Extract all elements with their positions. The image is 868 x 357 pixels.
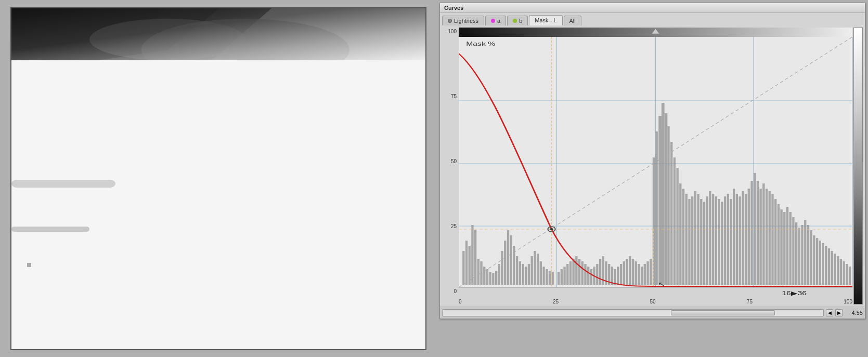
svg-rect-96: [691, 196, 693, 285]
svg-rect-108: [727, 194, 729, 285]
curves-tabs: Lightness a b Mask - L All: [440, 13, 865, 25]
svg-rect-43: [531, 256, 533, 285]
svg-text:↖: ↖: [658, 281, 666, 287]
svg-rect-27: [483, 267, 485, 285]
svg-rect-100: [703, 202, 705, 285]
svg-rect-74: [626, 259, 628, 285]
x-axis: 0 25 50 75 100: [459, 298, 852, 305]
svg-rect-149: [849, 267, 851, 285]
svg-rect-131: [795, 222, 797, 285]
svg-rect-31: [495, 271, 497, 285]
y-label-0: 0: [454, 288, 457, 294]
svg-rect-136: [810, 230, 812, 285]
chart-main[interactable]: ↖ Mask % 16▶36 0 25 50 75 100: [459, 28, 852, 305]
svg-rect-130: [792, 217, 794, 285]
svg-rect-26: [480, 261, 482, 285]
svg-rect-23: [471, 225, 473, 285]
a-dot: [491, 19, 495, 23]
svg-rect-116: [750, 181, 753, 285]
svg-rect-129: [789, 212, 792, 285]
svg-rect-128: [786, 207, 788, 285]
svg-rect-102: [709, 191, 711, 285]
svg-text:Mask %: Mask %: [466, 41, 495, 47]
scroll-right-btn[interactable]: ▶: [835, 309, 843, 316]
svg-rect-124: [774, 199, 776, 285]
svg-rect-86: [662, 103, 665, 285]
svg-rect-75: [629, 256, 631, 285]
y-label-50: 50: [451, 158, 457, 164]
curves-title-bar: Curves: [440, 3, 865, 13]
svg-rect-88: [667, 126, 669, 285]
svg-rect-35: [507, 230, 509, 285]
x-label-100: 100: [844, 299, 852, 305]
svg-rect-59: [581, 261, 584, 285]
tab-lightness[interactable]: Lightness: [442, 16, 484, 25]
svg-rect-145: [837, 256, 839, 285]
svg-rect-143: [831, 251, 833, 285]
svg-rect-48: [546, 269, 548, 285]
svg-rect-38: [516, 256, 518, 285]
svg-rect-122: [769, 191, 771, 285]
svg-rect-29: [489, 272, 491, 285]
svg-rect-40: [522, 264, 524, 285]
svg-rect-8: [27, 263, 31, 267]
tab-a[interactable]: a: [485, 16, 506, 25]
svg-rect-127: [783, 212, 785, 285]
x-label-0: 0: [459, 299, 462, 305]
svg-rect-84: [656, 131, 658, 285]
chart-container: 100 75 50 25 0: [440, 25, 865, 307]
svg-rect-70: [614, 269, 616, 285]
svg-rect-25: [477, 259, 480, 285]
svg-rect-82: [650, 259, 652, 285]
svg-rect-73: [623, 261, 625, 285]
svg-rect-6: [11, 180, 115, 188]
svg-rect-106: [721, 202, 723, 285]
svg-rect-9: [11, 8, 425, 60]
svg-rect-22: [469, 246, 471, 285]
svg-rect-55: [569, 261, 572, 285]
svg-rect-119: [759, 189, 761, 285]
svg-rect-62: [590, 269, 592, 285]
scroll-left-btn[interactable]: ◀: [826, 309, 833, 316]
svg-rect-112: [739, 196, 741, 285]
svg-rect-64: [596, 264, 598, 285]
svg-rect-79: [641, 267, 643, 285]
svg-rect-87: [665, 113, 668, 285]
y-label-75: 75: [451, 94, 457, 99]
svg-rect-20: [462, 251, 464, 285]
svg-rect-81: [646, 261, 649, 285]
y-label-25: 25: [451, 223, 457, 229]
svg-rect-103: [712, 194, 714, 285]
x-label-50: 50: [650, 299, 655, 305]
scrollbar-area: ◀ ▶ 4.55: [440, 307, 865, 319]
svg-rect-101: [706, 196, 708, 285]
svg-rect-123: [771, 194, 773, 285]
svg-rect-144: [834, 254, 836, 285]
scrollbar-track[interactable]: [442, 309, 824, 316]
x-label-25: 25: [553, 299, 559, 305]
svg-rect-61: [587, 267, 589, 285]
svg-rect-139: [819, 241, 821, 285]
scrollbar-thumb[interactable]: [671, 310, 775, 315]
svg-rect-34: [504, 241, 506, 285]
tab-b[interactable]: b: [507, 16, 528, 25]
svg-rect-30: [492, 273, 494, 285]
svg-rect-77: [635, 261, 637, 285]
svg-rect-134: [804, 220, 806, 285]
svg-rect-60: [584, 264, 586, 285]
svg-rect-148: [846, 264, 848, 285]
svg-rect-104: [715, 196, 717, 285]
svg-rect-39: [519, 261, 521, 285]
svg-rect-57: [575, 256, 577, 285]
right-panel: Curves Lightness a b Mask - L All: [437, 0, 868, 357]
tab-all[interactable]: All: [564, 16, 581, 25]
svg-rect-146: [840, 259, 842, 285]
tab-mask-l[interactable]: Mask - L: [529, 15, 562, 25]
svg-rect-107: [724, 196, 726, 285]
svg-rect-58: [578, 259, 580, 285]
svg-rect-51: [558, 272, 560, 285]
svg-rect-65: [599, 259, 601, 285]
svg-rect-32: [498, 264, 500, 285]
svg-rect-76: [632, 259, 634, 285]
svg-point-155: [550, 228, 553, 230]
